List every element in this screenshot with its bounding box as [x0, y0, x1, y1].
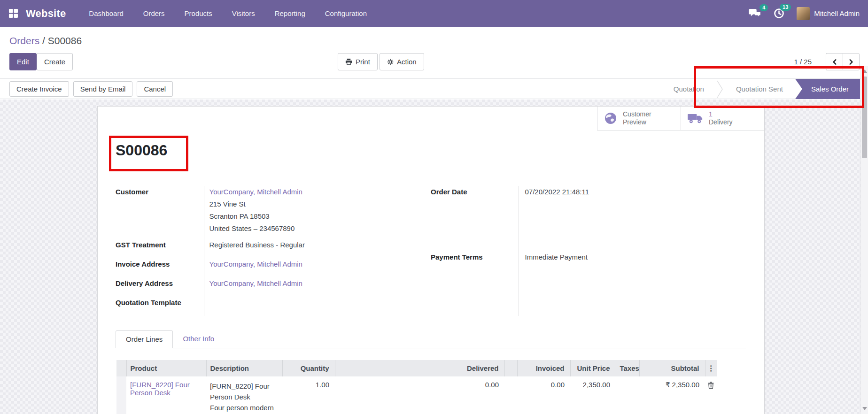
quotation-template-field-row: Quotation Template [116, 297, 425, 316]
col-empty [504, 360, 517, 376]
navbar-systray: 4 13 Mitchell Admin [749, 7, 860, 20]
tab-order-lines[interactable]: Order Lines [116, 330, 173, 348]
navbar-left: Website Dashboard Orders Products Visito… [8, 0, 377, 26]
top-navbar: Website Dashboard Orders Products Visito… [0, 0, 868, 27]
chat-bubbles-icon [749, 8, 761, 19]
customer-value-link[interactable]: YourCompany, Mitchell Admin [209, 188, 302, 196]
customer-preview-button[interactable]: Customer Preview [597, 107, 681, 130]
delete-row-trash-icon[interactable] [708, 382, 714, 389]
print-button-label: Print [356, 58, 370, 66]
delivery-stat-button[interactable]: 1 Delivery [681, 107, 764, 130]
create-button[interactable]: Create [37, 53, 73, 70]
gst-treatment-field-row: GST Treatment Registered Business - Regu… [116, 239, 425, 258]
tab-other-info[interactable]: Other Info [173, 330, 224, 348]
menu-dashboard[interactable]: Dashboard [79, 0, 133, 26]
pager-next-button[interactable] [843, 53, 860, 70]
row-unit-price: 2,350.00 [570, 376, 616, 414]
step-quotation[interactable]: Quotation [661, 79, 716, 99]
app-brand-title[interactable]: Website [26, 8, 66, 20]
sales-order-sheet: Customer Preview 1 Delivery S00086 [97, 106, 765, 414]
col-invoiced[interactable]: Invoiced [517, 360, 570, 376]
navbar-menu: Dashboard Orders Products Visitors Repor… [79, 0, 377, 26]
menu-visitors[interactable]: Visitors [222, 0, 265, 26]
avatar [797, 7, 810, 20]
row-drag-handle[interactable] [116, 376, 126, 414]
col-subtotal[interactable]: Subtotal [639, 360, 705, 376]
activities-button[interactable]: 13 [774, 8, 784, 19]
handle-column-header [116, 360, 126, 376]
order-date-field-row: Order Date 07/20/2022 21:48:11 [431, 186, 746, 251]
invoice-address-label: Invoice Address [116, 258, 204, 277]
row-product-link[interactable]: [FURN_8220] Four Person Desk [130, 381, 190, 397]
apps-grid-icon [8, 8, 18, 18]
gst-treatment-value: Registered Business - Regular [204, 239, 425, 258]
step-sales-order-active[interactable]: Sales Order [795, 79, 860, 99]
menu-products[interactable]: Products [175, 0, 222, 26]
row-invoiced: 0.00 [517, 376, 570, 414]
breadcrumb-orders-link[interactable]: Orders [9, 35, 39, 46]
control-panel: Orders / S00086 Edit Create Print Action… [0, 27, 868, 78]
menu-reporting[interactable]: Reporting [265, 0, 315, 26]
user-name: Mitchell Admin [814, 9, 860, 17]
optional-columns-toggle-icon[interactable]: ⋮ [705, 360, 717, 376]
odoo-website-sales-order-screen: Website Dashboard Orders Products Visito… [0, 0, 868, 414]
row-description-note: Four person modern office workstation [210, 402, 277, 414]
scrollbar-up-arrow-icon[interactable] [862, 69, 867, 73]
delivery-address-value-link[interactable]: YourCompany, Mitchell Admin [209, 279, 302, 287]
truck-icon [688, 113, 703, 124]
create-invoice-button[interactable]: Create Invoice [9, 81, 69, 97]
delivery-address-field-row: Delivery Address YourCompany, Mitchell A… [116, 277, 425, 297]
pager-counter: 1 / 25 [794, 53, 812, 70]
quotation-template-value[interactable] [204, 297, 425, 316]
print-button[interactable]: Print [338, 53, 378, 70]
col-description[interactable]: Description [206, 360, 282, 376]
action-button[interactable]: Action [380, 53, 424, 70]
col-quantity[interactable]: Quantity [282, 360, 335, 376]
menu-configuration[interactable]: Configuration [315, 0, 377, 26]
messages-button[interactable]: 4 [749, 8, 761, 19]
col-delivered[interactable]: Delivered [335, 360, 504, 376]
quotation-template-label: Quotation Template [116, 297, 204, 316]
table-header-row: Product Description Quantity Delivered I… [116, 360, 717, 376]
order-reference-title: S00086 [116, 141, 764, 159]
scrollbar-thumb[interactable] [862, 77, 867, 158]
apps-menu-button[interactable] [8, 8, 18, 18]
customer-preview-label: Customer Preview [623, 110, 651, 126]
send-by-email-button[interactable]: Send by Email [73, 81, 133, 97]
statusbar-actions: Create Invoice Send by Email Cancel [9, 81, 173, 97]
breadcrumb-current: S00086 [48, 35, 82, 46]
left-field-group: Customer YourCompany, Mitchell Admin 215… [116, 186, 425, 316]
cancel-button[interactable]: Cancel [137, 81, 173, 97]
vertical-scrollbar[interactable] [860, 66, 868, 414]
pager-buttons [826, 53, 860, 70]
field-groups: Customer YourCompany, Mitchell Admin 215… [116, 186, 746, 316]
action-button-label: Action [397, 58, 417, 66]
gst-treatment-label: GST Treatment [116, 239, 204, 258]
col-product[interactable]: Product [126, 360, 206, 376]
invoice-address-value-link[interactable]: YourCompany, Mitchell Admin [209, 260, 302, 268]
col-taxes[interactable]: Taxes [616, 360, 639, 376]
step-quotation-sent[interactable]: Quotation Sent [724, 79, 795, 99]
col-unit-price[interactable]: Unit Price [570, 360, 616, 376]
menu-orders[interactable]: Orders [133, 0, 175, 26]
table-row[interactable]: [FURN_8220] Four Person Desk [FURN_8220]… [116, 376, 717, 414]
row-description: [FURN_8220] Four Person Desk [210, 381, 277, 402]
payment-terms-label: Payment Terms [431, 251, 519, 316]
gear-icon [387, 59, 394, 65]
user-menu[interactable]: Mitchell Admin [797, 7, 860, 20]
activities-badge: 13 [780, 4, 791, 11]
printer-icon [345, 58, 352, 65]
row-quantity: 1.00 [282, 376, 335, 414]
chevron-left-icon [832, 59, 837, 65]
step-separator-icon [716, 79, 724, 99]
customer-address-line1: 215 Vine St [209, 198, 426, 210]
scrollbar-down-arrow-icon[interactable] [862, 407, 867, 410]
delivery-address-label: Delivery Address [116, 277, 204, 297]
edit-button[interactable]: Edit [9, 53, 37, 70]
pager-previous-button[interactable] [826, 53, 843, 70]
form-view-background: Customer Preview 1 Delivery S00086 [0, 100, 868, 414]
form-statusbar: Create Invoice Send by Email Cancel Quot… [0, 78, 868, 99]
invoice-address-field-row: Invoice Address YourCompany, Mitchell Ad… [116, 258, 425, 277]
row-subtotal: ₹ 2,350.00 [639, 376, 705, 414]
messages-badge: 4 [760, 4, 768, 11]
